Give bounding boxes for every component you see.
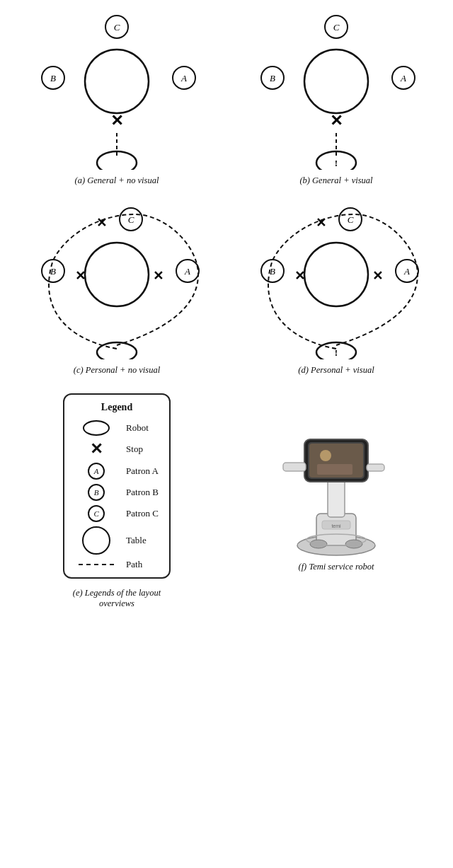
caption-f: (f) Temi service robot — [298, 562, 374, 572]
legend-row-patron-c: C Patron C — [75, 505, 159, 522]
diagram-a-svg: C B A ✕ — [18, 14, 216, 170]
svg-text:B: B — [270, 73, 275, 83]
svg-point-50 — [320, 450, 331, 461]
svg-text:C: C — [128, 214, 134, 225]
legend-row-stop: ✕ Stop — [75, 440, 159, 458]
patron-c-circle: C — [88, 505, 105, 522]
legend-robot-label: Robot — [126, 422, 149, 434]
svg-point-10 — [304, 50, 368, 113]
svg-text:A: A — [403, 266, 410, 277]
svg-text:A: A — [184, 266, 190, 277]
legend-patron-a-icon: A — [75, 463, 117, 480]
svg-text:C: C — [348, 214, 354, 225]
diagram-c-svg: C ✕ B ✕ A ✕ — [18, 204, 216, 359]
svg-text:B: B — [270, 266, 275, 277]
svg-text:A: A — [400, 73, 406, 83]
legend-table-label: Table — [126, 535, 147, 546]
svg-text:!: ! — [335, 158, 338, 168]
legend-row-path: Path — [75, 559, 159, 570]
table-circle-shape — [82, 526, 110, 555]
caption-a: (a) General + no visual — [75, 175, 159, 186]
diagram-b-svg: C B A ✕ ! — [237, 14, 435, 170]
svg-point-21 — [85, 243, 149, 306]
robot-shape — [83, 420, 110, 436]
legend-row-robot: Robot — [75, 420, 159, 436]
diagrams-grid: C B A ✕ (a) General + no visual C B — [0, 0, 453, 386]
legend-row-table: Table — [75, 526, 159, 555]
svg-rect-51 — [317, 464, 352, 475]
legend-stop-icon: ✕ — [75, 440, 117, 458]
caption-d: (d) Personal + visual — [298, 365, 374, 376]
patron-b-circle: B — [88, 484, 105, 501]
legend-stop-label: Stop — [126, 444, 143, 455]
diagram-a: C B A ✕ (a) General + no visual — [7, 7, 226, 197]
svg-point-32 — [304, 243, 368, 306]
svg-text:✕: ✕ — [372, 269, 383, 283]
svg-text:C: C — [333, 22, 340, 33]
svg-text:✕: ✕ — [75, 269, 86, 283]
legend-panel: Legend Robot ✕ Stop A Patron A — [7, 386, 226, 613]
legend-title: Legend — [75, 402, 159, 413]
temi-robot-illustration: temi — [265, 393, 407, 556]
svg-text:✕: ✕ — [153, 269, 164, 283]
svg-text:A: A — [180, 73, 187, 83]
legend-patron-b-label: Patron B — [126, 487, 159, 498]
legend-patron-c-icon: C — [75, 505, 117, 522]
svg-text:B: B — [50, 266, 56, 277]
svg-text:✕: ✕ — [316, 216, 326, 230]
svg-rect-53 — [367, 464, 384, 471]
legend-patron-a-label: Patron A — [126, 465, 159, 477]
legend-box: Legend Robot ✕ Stop A Patron A — [63, 393, 171, 579]
legend-patron-c-label: Patron C — [126, 508, 159, 519]
robot-photo-panel: temi (f) Temi service robot — [226, 386, 446, 613]
bottom-row: Legend Robot ✕ Stop A Patron A — [0, 386, 453, 620]
patron-a-circle: A — [88, 463, 105, 480]
legend-path-label: Path — [126, 559, 142, 570]
legend-row-patron-b: B Patron B — [75, 484, 159, 501]
svg-text:✕: ✕ — [330, 112, 343, 129]
legend-robot-icon — [75, 420, 117, 436]
legend-patron-b-icon: B — [75, 484, 117, 501]
diagram-c: C ✕ B ✕ A ✕ (c) Personal + no visual — [7, 197, 226, 386]
svg-text:✕: ✕ — [294, 269, 305, 283]
svg-rect-46 — [328, 478, 345, 517]
svg-text:temi: temi — [331, 523, 341, 528]
caption-c: (c) Personal + no visual — [74, 365, 160, 376]
x-mark-icon: ✕ — [90, 440, 103, 458]
legend-table-icon — [75, 526, 117, 555]
diagram-d: C ✕ B ✕ A ✕ ! (d) Personal + visual — [226, 197, 446, 386]
diagram-d-svg: C ✕ B ✕ A ✕ ! — [237, 204, 435, 359]
svg-text:✕: ✕ — [96, 216, 107, 230]
legend-row-patron-a: A Patron A — [75, 463, 159, 480]
diagram-b: C B A ✕ ! (b) General + visual — [226, 7, 446, 197]
svg-rect-52 — [283, 463, 306, 471]
caption-b: (b) General + visual — [299, 175, 372, 186]
svg-text:!: ! — [335, 347, 338, 358]
svg-text:C: C — [114, 22, 120, 33]
legend-path-icon — [75, 564, 117, 565]
caption-e: (e) Legends of the layoutoverviews — [73, 588, 161, 609]
dashed-line-shape — [79, 564, 114, 565]
svg-point-0 — [85, 50, 149, 113]
svg-text:B: B — [50, 73, 56, 83]
svg-text:✕: ✕ — [110, 112, 123, 129]
